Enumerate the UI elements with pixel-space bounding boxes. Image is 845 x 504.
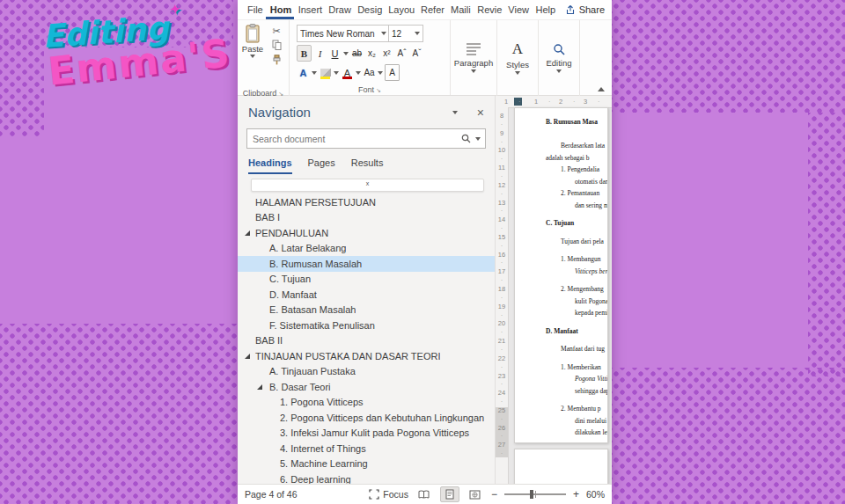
search-icon[interactable] [461,134,471,143]
navigation-options-caret-icon[interactable] [452,111,458,114]
ribbon-tab-revie[interactable]: Revie [473,0,503,19]
hruler-number: 1 [504,98,508,106]
nav-heading-item[interactable]: BAB I [238,210,495,226]
text-effects-caret-icon[interactable] [312,71,317,75]
paragraph-group-collapsed[interactable]: Paragraph [451,20,497,106]
font-name-combo[interactable]: Times New Roman [297,25,390,42]
format-painter-button[interactable] [272,55,282,67]
font-color-caret-icon[interactable] [356,71,361,75]
font-row-2: B I U ab x₂ x² Aˆ Aˇ [297,45,423,62]
vruler-number: 14 [496,215,508,223]
ribbon-tab-draw[interactable]: Draw [324,0,353,19]
nav-heading-item[interactable]: 3. Infeksi Jamur Kulit pada Pogona Vitti… [238,426,495,442]
subscript-button[interactable]: x₂ [365,46,378,61]
ribbon-tab-file[interactable]: File [243,0,266,19]
tab-results[interactable]: Results [351,157,384,174]
copy-button[interactable] [272,40,282,52]
read-mode-button[interactable] [415,487,433,501]
document-page-1[interactable]: B. Rumusan MasaBerdasarkan lataadalah se… [514,107,608,443]
shrink-font-button[interactable]: Aˇ [410,46,423,61]
nav-heading-item[interactable]: A. Tinjauan Pustaka [238,364,495,380]
document-text-line: Manfaat dari tug [561,345,605,353]
font-group-label[interactable]: Font↘ [290,85,450,94]
vruler-number: 20 [496,319,508,327]
document-text-line: 1. Membangun [561,255,600,263]
collapse-triangle-icon[interactable] [245,354,250,359]
nav-heading-item[interactable]: BAB II [238,333,495,349]
ribbon-tab-insert[interactable]: Insert [294,0,325,19]
editing-group-collapsed[interactable]: Editing [539,20,580,106]
nav-heading-item[interactable]: C. Tujuan [238,272,495,288]
zoom-in-button[interactable]: + [573,488,579,500]
collapse-triangle-icon[interactable] [245,230,250,236]
page-indicator[interactable]: Page 4 of 46 [245,489,298,500]
halftone-dots [610,0,845,113]
change-case-caret-icon[interactable] [378,71,383,75]
underline-caret-icon[interactable] [343,52,349,55]
superscript-button[interactable]: x² [380,46,393,61]
bold-button[interactable]: B [297,45,312,62]
nav-heading-item[interactable]: B. Dasar Teori [238,379,495,395]
nav-heading-item[interactable]: 2. Pogona Vitticeps dan Kebutuhan Lingku… [238,410,495,426]
nav-heading-item[interactable]: A. Latar Belakang [238,241,495,257]
horizontal-ruler: 1·1·2·3· [496,96,612,108]
ribbon-tab-view[interactable]: View [503,0,531,19]
tab-headings[interactable]: Headings [248,157,292,174]
nav-heading-item[interactable]: 4. Internet of Things [238,441,495,457]
ribbon-tab-refer[interactable]: Refer [416,0,446,19]
paste-button[interactable]: Paste [238,24,268,99]
font-color-red-bar [342,77,352,79]
focus-button[interactable]: Focus [369,489,408,500]
italic-button[interactable]: I [313,46,327,61]
search-options-caret-icon[interactable] [475,137,481,141]
ribbon-tab-maili[interactable]: Maili [446,0,473,19]
share-button[interactable]: Share [558,0,612,19]
tab-pages[interactable]: Pages [308,157,335,174]
nav-heading-item[interactable]: TINJAUAN PUSTAKA DAN DASAR TEORI [238,348,495,364]
nav-heading-item[interactable]: 1. Pogona Vitticeps [238,395,495,411]
zoom-level[interactable]: 60% [586,489,605,500]
grow-font-button[interactable]: Aˆ [395,46,408,61]
ribbon-tab-hom[interactable]: Hom [266,0,294,19]
share-icon [565,4,576,15]
nav-heading-item[interactable]: F. Sistematika Penulisan [238,318,495,333]
web-layout-button[interactable] [467,487,484,501]
highlight-color-button[interactable] [319,65,332,80]
navigation-pane: Navigation × Headings Pages Results x HA… [238,96,496,484]
strikethrough-button[interactable]: ab [350,46,364,61]
collapse-ribbon-icon[interactable] [598,87,605,91]
character-shading-button[interactable]: A [385,64,400,81]
cut-button[interactable]: ✂ [272,26,280,37]
nav-heading-item[interactable]: E. Batasan Masalah [238,303,495,318]
ribbon-tab-layou[interactable]: Layou [384,0,416,19]
nav-heading-item[interactable]: 5. Machine Learning [238,457,495,472]
nav-heading-item[interactable]: PENDAHULUAN [238,225,495,241]
ribbon-tab-help[interactable]: Help [531,0,557,19]
text-effects-button[interactable]: A [297,65,310,80]
vruler-number: 10 [496,146,508,154]
nav-heading-item[interactable]: 6. Deep learning [238,471,495,484]
search-input[interactable] [247,134,461,144]
font-dialog-launcher-icon[interactable]: ↘ [376,87,381,93]
nav-heading-item[interactable]: HALAMAN PERSETUJUAN [238,194,495,210]
document-page-2[interactable] [514,449,608,484]
halftone-dots [808,113,845,376]
highlight-caret-icon[interactable] [334,71,339,75]
zoom-out-button[interactable]: − [491,488,497,500]
font-size-combo[interactable]: 12 [388,25,423,42]
font-size-caret-icon [415,32,420,35]
underline-button[interactable]: U [328,46,342,61]
vruler-number: 15 [496,233,508,241]
nav-heading-item[interactable]: B. Rumusan Masalah [238,256,495,272]
zoom-slider-thumb[interactable] [530,490,533,499]
close-icon[interactable]: × [477,106,484,120]
change-case-button[interactable]: Aa [363,65,376,80]
print-layout-button[interactable] [440,486,459,502]
font-color-button[interactable]: A [341,65,354,80]
zoom-slider[interactable] [504,493,566,495]
nav-heading-item[interactable]: D. Manfaat [238,287,495,303]
ribbon-tab-desig[interactable]: Desig [353,0,384,19]
styles-group-collapsed[interactable]: A Styles Styles↘ [497,20,539,106]
vruler-tick: · [496,276,508,284]
collapse-triangle-icon[interactable] [257,384,262,390]
